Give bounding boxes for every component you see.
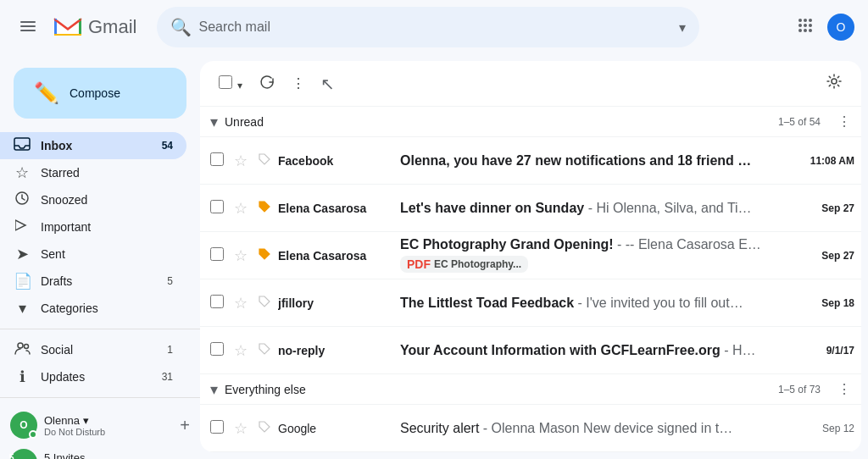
- email-content-1: Olenna, you have 27 new notifications an…: [400, 153, 797, 169]
- email-checkbox-2[interactable]: [210, 200, 224, 213]
- email-checkbox-5[interactable]: [210, 342, 224, 356]
- svg-point-20: [832, 79, 837, 84]
- star-button-5[interactable]: ☆: [231, 338, 251, 363]
- compose-button[interactable]: ✏️ Compose: [14, 68, 186, 119]
- apps-button[interactable]: [790, 10, 821, 45]
- svg-rect-2: [20, 30, 36, 31]
- star-button-6[interactable]: ☆: [231, 416, 251, 441]
- email-body-2: Let's have dinner on Sunday - Hi Olenna,…: [400, 201, 797, 216]
- refresh-button[interactable]: [254, 69, 280, 98]
- sidebar-item-social[interactable]: Social 1: [0, 336, 186, 363]
- drafts-icon: 📄: [14, 272, 31, 290]
- settings-button[interactable]: [821, 68, 848, 99]
- invites-section[interactable]: 5 Invites 5 Invites William Lintott, aak…: [7, 445, 193, 459]
- topbar-right: O: [790, 10, 854, 45]
- email-row[interactable]: ☆ Google Security alert - Olenna Mason N…: [200, 405, 861, 452]
- email-checkbox-6[interactable]: [210, 420, 224, 434]
- svg-point-14: [809, 29, 812, 32]
- inbox-icon: [14, 135, 31, 157]
- star-button-1[interactable]: ☆: [231, 148, 251, 174]
- user-name: Olenna ▾: [44, 414, 173, 427]
- email-row[interactable]: ☆ jfillory The Littlest Toad Feedback - …: [200, 279, 861, 327]
- sidebar-item-categories[interactable]: ▾ Categories: [0, 295, 186, 322]
- email-checkbox-3[interactable]: [210, 247, 224, 261]
- more-options-button[interactable]: ⋮: [287, 70, 310, 97]
- email-preview-3: - -- Elena Casarosa E…: [617, 237, 761, 252]
- email-time-6: Sep 12: [800, 423, 854, 434]
- search-dropdown-icon[interactable]: ▾: [679, 19, 686, 36]
- email-subject-3: EC Photography Grand Opening!: [400, 237, 614, 252]
- tag-button-6[interactable]: [254, 417, 275, 440]
- inbox-label: Inbox: [41, 139, 146, 152]
- everything-else-section-header[interactable]: ▾ Everything else 1–5 of 73 ⋮: [200, 374, 861, 405]
- star-button-3[interactable]: ☆: [231, 243, 251, 268]
- attachment-name: EC Photography...: [434, 258, 521, 270]
- search-input[interactable]: [192, 19, 672, 35]
- sidebar: ✏️ Compose Inbox 54 ☆ Starred: [0, 54, 200, 459]
- email-row[interactable]: ☆ Elena Casarosa EC Photography Grand Op…: [200, 232, 861, 279]
- tag-button-2[interactable]: [254, 196, 275, 220]
- compose-label: Compose: [70, 86, 120, 100]
- tag-button-3[interactable]: [254, 244, 275, 268]
- svg-point-19: [25, 344, 29, 348]
- email-time-3: Sep 27: [800, 250, 854, 262]
- email-row[interactable]: ☆ no-reply Your Account Information with…: [200, 327, 861, 374]
- sidebar-item-drafts[interactable]: 📄 Drafts 5: [0, 268, 186, 295]
- unread-section-header[interactable]: ▾ Unread 1–5 of 54 ⋮: [200, 107, 861, 137]
- unread-more-button[interactable]: ⋮: [834, 110, 854, 133]
- star-button-4[interactable]: ☆: [231, 290, 251, 316]
- important-label: Important: [41, 220, 173, 234]
- email-content-2: Let's have dinner on Sunday - Hi Olenna,…: [400, 201, 797, 216]
- svg-rect-5: [54, 34, 81, 36]
- avatar[interactable]: O: [827, 14, 854, 41]
- select-all-button[interactable]: ▾: [214, 70, 248, 97]
- compose-icon: ✏️: [34, 81, 59, 105]
- select-all-checkbox[interactable]: [219, 75, 232, 89]
- user-section: O Olenna ▾ Do Not Disturb + 5 Invites 5 …: [0, 405, 200, 459]
- email-content-3: EC Photography Grand Opening! - -- Elena…: [400, 237, 797, 274]
- svg-point-6: [798, 19, 802, 22]
- sidebar-item-sent[interactable]: ➤ Sent: [0, 241, 186, 268]
- email-subject-5: Your Account Information with GCFLearnFr…: [400, 343, 721, 357]
- main-content: ✏️ Compose Inbox 54 ☆ Starred: [0, 54, 868, 459]
- social-label: Social: [41, 343, 146, 357]
- email-checkbox-4[interactable]: [210, 295, 224, 308]
- email-time-5: 9/1/17: [800, 345, 854, 357]
- email-check-2: [207, 196, 227, 220]
- drafts-badge: 5: [156, 275, 173, 287]
- sidebar-item-updates[interactable]: ℹ Updates 31: [0, 363, 186, 390]
- email-row[interactable]: ☆ Facebook Olenna, you have 27 new notif…: [200, 137, 861, 185]
- snoozed-icon: [14, 191, 31, 210]
- email-checkbox-1[interactable]: [210, 152, 224, 166]
- updates-label: Updates: [41, 370, 146, 384]
- nav-divider: [0, 329, 200, 329]
- star-button-2[interactable]: ☆: [231, 196, 251, 221]
- attachment-chip-3: PDF EC Photography...: [400, 256, 528, 273]
- starred-icon: ☆: [14, 163, 31, 182]
- email-check-1: [207, 149, 227, 173]
- sender-name-2: Elena Casarosa: [278, 202, 397, 215]
- gmail-logo-text: Gmail: [88, 16, 136, 38]
- sidebar-item-starred[interactable]: ☆ Starred: [0, 159, 186, 186]
- email-content-5: Your Account Information with GCFLearnFr…: [400, 343, 797, 358]
- categories-label: Categories: [41, 301, 173, 315]
- everything-else-more-button[interactable]: ⋮: [834, 378, 854, 401]
- sidebar-item-important[interactable]: Important: [0, 213, 186, 241]
- gmail-logo: Gmail: [53, 15, 136, 39]
- nav-divider-2: [0, 397, 200, 398]
- email-toolbar: ▾ ⋮ ↖: [200, 61, 861, 107]
- user-details: Olenna ▾ Do Not Disturb: [44, 414, 173, 437]
- sidebar-item-inbox[interactable]: Inbox 54: [0, 132, 186, 159]
- svg-point-8: [809, 19, 812, 22]
- user-info[interactable]: O Olenna ▾ Do Not Disturb +: [7, 408, 193, 442]
- menu-button[interactable]: [14, 14, 42, 41]
- tag-button-1[interactable]: [254, 149, 275, 173]
- tag-button-4[interactable]: [254, 291, 275, 315]
- tag-button-5[interactable]: [254, 339, 275, 362]
- add-account-button[interactable]: +: [180, 416, 190, 435]
- email-time-1: 11:08 AM: [800, 155, 854, 167]
- sidebar-item-snoozed[interactable]: Snoozed: [0, 186, 186, 213]
- email-row[interactable]: ☆ Elena Casarosa Let's have dinner on Su…: [200, 185, 861, 232]
- select-dropdown-icon[interactable]: ▾: [237, 80, 242, 91]
- svg-point-9: [798, 24, 802, 27]
